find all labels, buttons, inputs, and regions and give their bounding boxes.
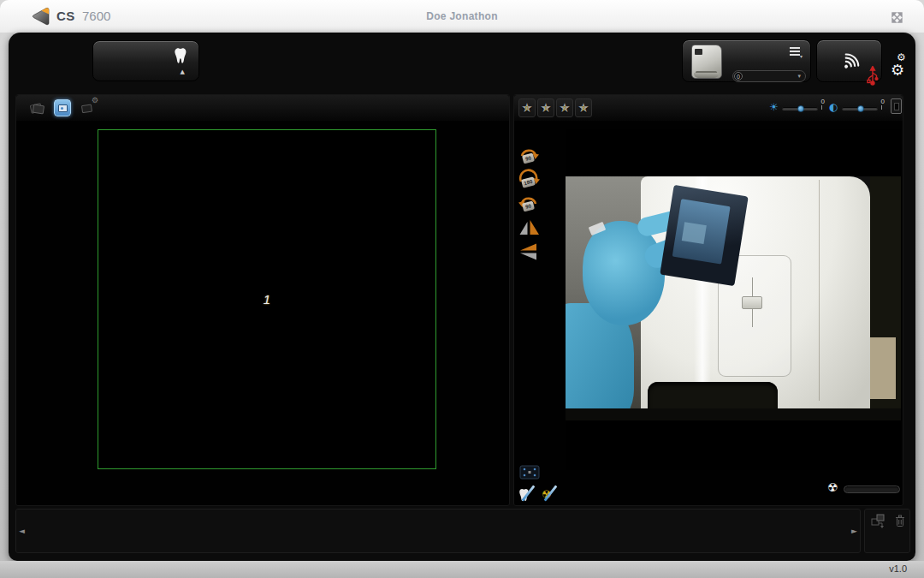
contrast-value: 0 (881, 98, 885, 105)
flip-vertical-button[interactable] (518, 241, 540, 263)
tray-scroll-right-icon[interactable]: ► (851, 527, 857, 535)
app-version: v1.0 (889, 563, 907, 574)
brightness-control: ☀ 0 (769, 98, 826, 116)
tray-scroll-left-icon[interactable]: ◄ (19, 527, 25, 535)
resize-window-icon[interactable] (891, 11, 903, 22)
plate-count-value: 0 (734, 72, 743, 80)
layout-settings-icon[interactable]: ⚙ (80, 99, 97, 116)
quality-star-0[interactable]: ★ 0 (518, 98, 536, 117)
brightness-slider[interactable] (782, 107, 818, 110)
edit-tooth-number-icon[interactable] (518, 483, 538, 503)
scanner-status-button[interactable]: ▾ 0 ▾ (682, 39, 811, 82)
tooth-dropdown-arrow-icon: ▲ (181, 69, 185, 75)
quality-star-3[interactable]: ★ 3 (575, 98, 592, 117)
preview-photo (566, 176, 901, 420)
delete-image-icon[interactable] (895, 515, 905, 527)
flip-horizontal-button[interactable] (518, 217, 540, 239)
contrast-slider-thumb[interactable] (857, 105, 864, 112)
quality-star-2[interactable]: ★ 2 (556, 98, 573, 117)
transfer-images-icon[interactable] (871, 514, 886, 528)
slot-number: 1 (264, 292, 270, 307)
rotate-90-cw-button[interactable]: 90 (518, 145, 540, 167)
title-bar: CS 7600 Doe Jonathon (0, 0, 924, 33)
brightness-slider-thumb[interactable] (797, 105, 804, 112)
status-bar: v1.0 (0, 561, 924, 578)
quality-star-1[interactable]: ★ 1 (537, 98, 554, 117)
plate-counter-dropdown[interactable]: 0 ▾ (732, 70, 806, 82)
brightness-sun-icon: ☀ (769, 101, 779, 113)
collimator-format-icon[interactable] (519, 465, 540, 480)
image-quality-rating: ★ 0 ★ 1 ★ 2 ★ 3 (518, 98, 592, 117)
edit-exposure-icon[interactable]: ☢ (541, 483, 560, 503)
exam-image-slot[interactable]: 1 (98, 129, 436, 469)
single-image-view-button-active[interactable] (54, 99, 71, 116)
image-transform-toolbar: 90 180 90 (518, 145, 543, 265)
tooth-icon (174, 47, 187, 68)
brightness-value: 0 (821, 98, 825, 105)
thumbnail-tray: ◄ ► (15, 509, 861, 553)
wireless-connection-button[interactable] (816, 39, 882, 82)
tray-actions-panel (864, 509, 910, 553)
exposure-progress-bar (844, 486, 900, 493)
wifi-signal-icon (838, 49, 862, 73)
invert-image-button[interactable] (891, 98, 902, 114)
scanner-menu-icon[interactable]: ▾ (790, 47, 802, 59)
settings-strip: ⚙ ⚙ (886, 33, 915, 92)
radiation-icon: ☢ (827, 480, 838, 494)
settings-gear-icon[interactable]: ⚙ (891, 61, 904, 79)
rotate-180-button[interactable]: 180 (518, 169, 540, 191)
counter-dropdown-arrow-icon: ▾ (797, 73, 801, 80)
rotate-90-ccw-button[interactable]: 90 (518, 193, 540, 215)
patient-name: Doe Jonathon (0, 10, 924, 22)
imaging-plate (660, 185, 748, 286)
fmx-layout-icon[interactable] (28, 99, 45, 116)
contrast-slider[interactable] (842, 107, 878, 110)
application-window: CS 7600 Doe Jonathon ▲ (0, 0, 924, 578)
contrast-icon: ◐ (829, 101, 838, 113)
tooth-selection-button[interactable]: ▲ (92, 40, 199, 81)
scanner-device-icon (691, 45, 722, 79)
main-work-area: ▲ ▾ 0 ▾ (9, 33, 915, 561)
acquisition-panel: ★ 0 ★ 1 ★ 2 ★ 3 ☀ (513, 94, 903, 506)
live-preview-container (566, 129, 901, 470)
usb-disconnected-icon (867, 66, 879, 86)
exam-layout-panel: ⚙ 1 (15, 94, 510, 506)
contrast-control: ◐ 0 (829, 98, 886, 116)
exam-panel-header: ⚙ (16, 95, 509, 121)
